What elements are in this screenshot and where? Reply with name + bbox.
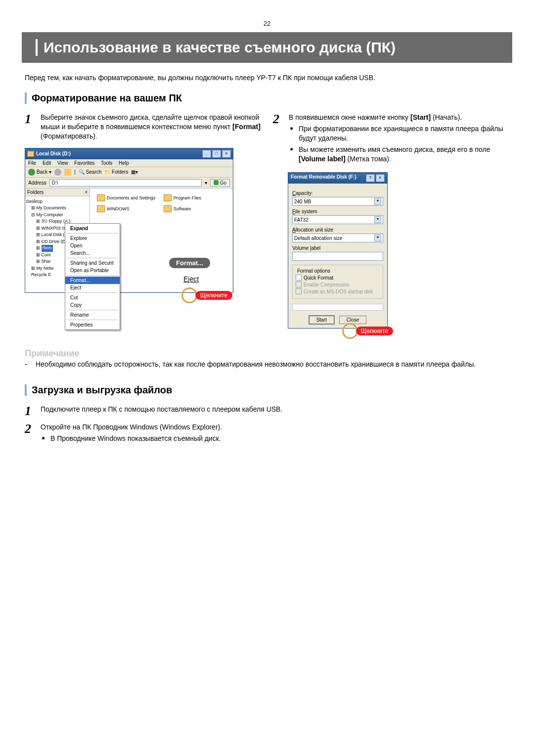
step1-text: Выберите значок съемного диска, сделайте… xyxy=(41,113,261,141)
start-button[interactable]: Start xyxy=(309,316,334,324)
s2-step2-number: 2 xyxy=(25,423,36,435)
menu-help[interactable]: Help xyxy=(119,160,129,166)
filesystem-select[interactable]: FAT32▾ xyxy=(292,215,383,224)
maximize-button[interactable]: □ xyxy=(212,150,221,158)
step2-bullet2: Вы можете изменить имя съемного диска, в… xyxy=(289,145,509,164)
ctx-expand[interactable]: Expand xyxy=(65,225,120,232)
volume-label-label: Volume label xyxy=(292,245,383,251)
go-button[interactable]: Go xyxy=(210,179,230,187)
tree-recycle[interactable]: Recycle E xyxy=(31,272,51,277)
capacity-label: Capacity: xyxy=(292,190,383,196)
title-bar: Использование в качестве съемного диска … xyxy=(22,32,512,63)
section1-heading: Форматирование на вашем ПК xyxy=(25,93,509,104)
back-button[interactable]: Back ▾ xyxy=(28,169,51,176)
callout-click-format: Щелкните xyxy=(342,323,393,339)
up-button[interactable] xyxy=(64,169,71,176)
ctx-explore[interactable]: Explore xyxy=(65,235,120,242)
ctx-eject[interactable]: Eject xyxy=(65,284,120,291)
explorer-screenshot: Local Disk (D:) _ □ × File Edit View Fav… xyxy=(25,148,261,293)
s2-step1-number: 1 xyxy=(25,405,36,418)
callout-eject: Eject xyxy=(177,274,206,284)
folders-button[interactable]: 📁 Folders xyxy=(104,169,128,175)
step1-number: 1 xyxy=(25,113,36,126)
folder-icon xyxy=(97,205,105,212)
intro-text: Перед тем, как начать форматирование, вы… xyxy=(25,74,509,82)
help-button[interactable]: ? xyxy=(366,174,375,182)
s2-step1-text: Подключите плеер к ПК с помощью поставля… xyxy=(41,405,282,414)
folder-icon xyxy=(97,194,105,201)
format-progress xyxy=(292,304,383,311)
filesystem-label: File system xyxy=(292,209,383,214)
close-button[interactable]: × xyxy=(222,150,231,158)
note-heading: Примечание xyxy=(25,348,509,359)
ctx-properties[interactable]: Properties xyxy=(65,321,120,329)
tree-cddrive[interactable]: CD Drive (E:) xyxy=(42,239,68,244)
msdos-checkbox: Create an MS-DOS startup disk xyxy=(296,288,380,294)
chevron-down-icon: ▾ xyxy=(374,198,381,205)
alloc-select[interactable]: Default allocation size▾ xyxy=(292,234,383,242)
ctx-format[interactable]: Format... xyxy=(65,277,120,284)
step2-number: 2 xyxy=(273,113,284,126)
chevron-down-icon: ▾ xyxy=(374,235,381,241)
capacity-select[interactable]: 240 MB▾ xyxy=(292,197,383,206)
folder-item[interactable]: Software xyxy=(164,205,223,212)
explorer-title-text: Local Disk (D:) xyxy=(36,151,71,156)
note-text: - Необходимо соблюдать осторожность, так… xyxy=(25,360,509,370)
ctx-open[interactable]: Open xyxy=(65,242,120,249)
chevron-down-icon: ▾ xyxy=(374,216,381,223)
ctx-portable[interactable]: Open as Portable xyxy=(65,267,120,274)
tree-mycomputer[interactable]: My Computer xyxy=(37,212,63,217)
ctx-search[interactable]: Search... xyxy=(65,249,120,257)
search-button[interactable]: 🔍 Search xyxy=(79,169,101,175)
menu-file[interactable]: File xyxy=(28,160,36,166)
step2-text: В появившемся окне нажмите кнопку [Start… xyxy=(289,113,509,165)
ctx-rename[interactable]: Rename xyxy=(65,311,120,319)
close-button[interactable]: × xyxy=(376,174,385,182)
volume-label-input[interactable] xyxy=(292,252,383,261)
drive-icon xyxy=(27,151,34,157)
menu-favorites[interactable]: Favorites xyxy=(74,160,94,166)
alloc-label: Allocation unit size xyxy=(292,227,383,233)
explorer-menubar[interactable]: File Edit View Favorites Tools Help xyxy=(25,159,233,167)
tree-shared[interactable]: Shar xyxy=(42,259,51,264)
address-bar: Address D:\ ▾ Go xyxy=(25,178,233,189)
folder-item[interactable]: Program Files xyxy=(164,194,223,201)
folder-item[interactable]: Documents and Settings xyxy=(97,194,156,201)
compression-checkbox: Enable Compression xyxy=(296,282,380,287)
context-menu[interactable]: Expand Explore Open Search... Sharing an… xyxy=(65,223,120,330)
ctx-cut[interactable]: Cut xyxy=(65,294,120,301)
address-input[interactable]: D:\ xyxy=(49,179,202,187)
views-button[interactable]: ▦▾ xyxy=(131,169,138,175)
menu-edit[interactable]: Edit xyxy=(43,160,51,166)
callout-click: Щелкните xyxy=(181,287,232,303)
callout-format: Format... xyxy=(169,258,210,268)
page-number: 22 xyxy=(25,20,509,27)
menu-tools[interactable]: Tools xyxy=(101,160,112,166)
folders-close-icon[interactable]: × xyxy=(85,189,88,195)
folders-pane-header: Folders × xyxy=(25,189,89,196)
section2-heading: Загрузка и выгрузка файлов xyxy=(25,384,509,396)
tree-desktop[interactable]: Desktop xyxy=(26,198,89,205)
s2-step2-text: Откройте на ПК Проводник Windows (Window… xyxy=(41,423,222,445)
ctx-copy[interactable]: Copy xyxy=(65,301,120,309)
forward-button[interactable] xyxy=(54,169,61,176)
menu-view[interactable]: View xyxy=(57,160,68,166)
tree-mynetwork[interactable]: My Netw xyxy=(37,266,54,271)
ctx-sharing[interactable]: Sharing and Securit xyxy=(65,259,120,267)
minimize-button[interactable]: _ xyxy=(202,150,211,158)
step2-bullet1: При форматировании все хранящиеся в памя… xyxy=(289,124,509,143)
format-options-group: Format options Quick Format Enable Compr… xyxy=(292,265,383,299)
tree-control[interactable]: Cont xyxy=(42,252,51,257)
format-dialog-screenshot: Format Removable Disk (F:) ? × Capacity:… xyxy=(273,172,509,329)
format-titlebar: Format Removable Disk (F:) ? × xyxy=(288,173,387,184)
folder-icon xyxy=(164,194,172,201)
folder-icon xyxy=(164,205,172,212)
explorer-titlebar: Local Disk (D:) _ □ × xyxy=(25,148,233,159)
s2-step2-bullet: В Проводнике Windows показывается съемны… xyxy=(41,434,222,443)
address-label: Address xyxy=(28,180,46,186)
format-options-legend: Format options xyxy=(296,268,332,274)
tree-mydocs[interactable]: My Documents xyxy=(37,205,66,210)
folder-item[interactable]: WINDOWS xyxy=(97,205,156,212)
tree-removable-selected[interactable]: Rem xyxy=(42,245,53,252)
quick-format-checkbox[interactable]: Quick Format xyxy=(296,275,380,281)
